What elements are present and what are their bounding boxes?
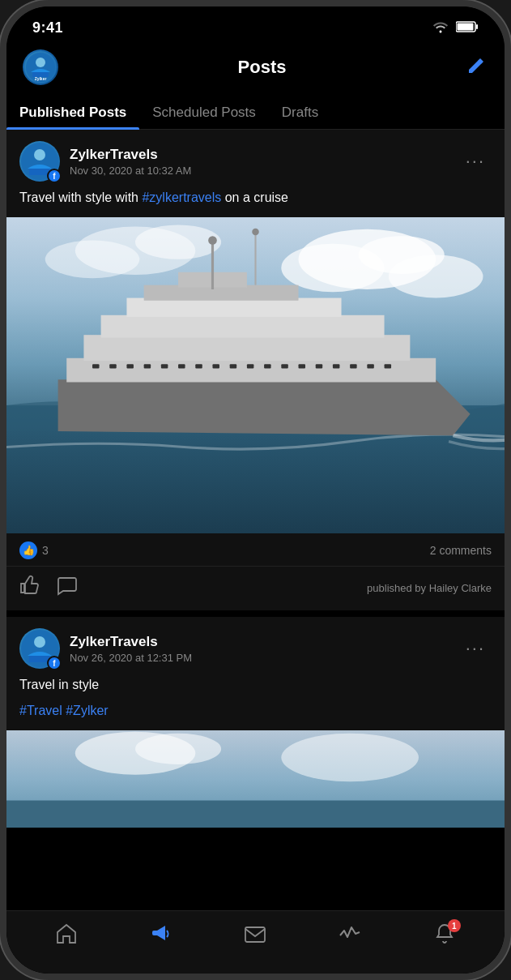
post-image-2 bbox=[6, 730, 505, 828]
post-author-2: ZylkerTravels bbox=[70, 634, 459, 650]
edit-icon[interactable] bbox=[466, 53, 488, 82]
post-card-2: f ZylkerTravels Nov 26, 2020 at 12:31 PM… bbox=[6, 617, 505, 828]
svg-point-52 bbox=[135, 734, 221, 764]
svg-rect-37 bbox=[333, 364, 339, 368]
tab-drafts[interactable]: Drafts bbox=[269, 95, 331, 129]
post-actions: published by Hailey Clarke bbox=[6, 567, 505, 610]
brand-logo-inner: Zylker bbox=[24, 51, 57, 83]
post-date: Nov 30, 2020 at 10:32 AM bbox=[70, 165, 459, 177]
svg-rect-32 bbox=[247, 364, 253, 368]
avatar-wrap-2: f bbox=[19, 628, 60, 669]
svg-rect-27 bbox=[161, 364, 168, 368]
svg-rect-2 bbox=[458, 23, 474, 30]
svg-rect-36 bbox=[316, 364, 322, 368]
post-date-2: Nov 26, 2020 at 12:31 PM bbox=[70, 652, 459, 664]
svg-point-4 bbox=[36, 58, 45, 67]
svg-point-14 bbox=[389, 255, 483, 298]
battery-icon bbox=[456, 21, 479, 36]
svg-point-16 bbox=[135, 225, 221, 259]
nav-bell[interactable]: 1 bbox=[433, 922, 456, 951]
svg-rect-23 bbox=[92, 364, 99, 368]
tabs-bar: Published Posts Scheduled Posts Drafts bbox=[6, 95, 505, 130]
svg-rect-55 bbox=[245, 927, 265, 942]
post-author: ZylkerTravels bbox=[70, 147, 459, 163]
nav-home[interactable] bbox=[55, 922, 78, 951]
facebook-badge-2: f bbox=[47, 656, 62, 670]
tab-scheduled[interactable]: Scheduled Posts bbox=[139, 95, 269, 129]
svg-rect-38 bbox=[350, 364, 356, 368]
posts-content: f ZylkerTravels Nov 30, 2020 at 10:32 AM… bbox=[6, 130, 505, 910]
svg-rect-20 bbox=[83, 335, 410, 361]
comments-count: 2 comments bbox=[430, 544, 492, 557]
svg-rect-34 bbox=[281, 364, 287, 368]
svg-rect-19 bbox=[66, 358, 436, 383]
like-button[interactable] bbox=[19, 575, 40, 601]
action-buttons bbox=[19, 575, 78, 601]
tab-published[interactable]: Published Posts bbox=[6, 95, 139, 129]
svg-rect-29 bbox=[195, 364, 202, 368]
svg-text:Zylker: Zylker bbox=[35, 76, 47, 81]
svg-rect-40 bbox=[385, 364, 391, 368]
post-image bbox=[6, 217, 505, 533]
avatar-wrap: f bbox=[19, 141, 60, 182]
svg-rect-39 bbox=[367, 364, 373, 368]
like-icon: 👍 bbox=[19, 541, 37, 559]
post-card: f ZylkerTravels Nov 30, 2020 at 10:32 AM… bbox=[6, 130, 505, 610]
svg-point-46 bbox=[252, 229, 258, 235]
wifi-icon bbox=[432, 20, 449, 36]
svg-rect-25 bbox=[126, 364, 133, 368]
nav-activity[interactable] bbox=[339, 922, 361, 951]
post-more-button-2[interactable]: ··· bbox=[459, 635, 492, 662]
brand-logo: Zylker bbox=[23, 49, 58, 85]
svg-rect-1 bbox=[476, 24, 478, 29]
post-text: Travel with style with #zylkertravels on… bbox=[6, 188, 505, 217]
phone-frame: 9:41 bbox=[0, 0, 511, 980]
announce-icon bbox=[150, 922, 172, 951]
home-icon bbox=[55, 922, 78, 951]
svg-rect-33 bbox=[264, 364, 270, 368]
post-meta: ZylkerTravels Nov 30, 2020 at 10:32 AM bbox=[70, 147, 459, 177]
post-more-button[interactable]: ··· bbox=[459, 148, 492, 175]
svg-point-48 bbox=[34, 636, 45, 648]
activity-icon bbox=[339, 922, 361, 951]
page-title: Posts bbox=[58, 57, 466, 78]
svg-point-45 bbox=[208, 236, 217, 245]
svg-rect-21 bbox=[101, 315, 385, 338]
comment-button[interactable] bbox=[57, 575, 78, 601]
svg-point-8 bbox=[34, 149, 45, 160]
post-text-2: Travel in style #Travel #Zylker bbox=[6, 675, 505, 730]
svg-point-17 bbox=[45, 241, 140, 279]
status-bar: 9:41 bbox=[6, 6, 505, 43]
mail-icon bbox=[244, 922, 266, 951]
likes-count: 👍 3 bbox=[19, 541, 49, 559]
svg-rect-22 bbox=[126, 298, 341, 317]
svg-point-53 bbox=[281, 734, 419, 781]
phone-screen: 9:41 bbox=[6, 6, 505, 974]
status-icons bbox=[432, 20, 479, 36]
svg-rect-35 bbox=[299, 364, 305, 368]
post-header: f ZylkerTravels Nov 30, 2020 at 10:32 AM… bbox=[6, 130, 505, 188]
svg-rect-54 bbox=[6, 801, 505, 828]
svg-rect-30 bbox=[212, 364, 219, 368]
bottom-nav: 1 bbox=[6, 910, 505, 974]
svg-rect-26 bbox=[144, 364, 151, 368]
notification-badge: 1 bbox=[448, 919, 461, 932]
status-time: 9:41 bbox=[32, 19, 63, 36]
nav-mail[interactable] bbox=[244, 922, 266, 951]
nav-announce[interactable] bbox=[150, 922, 172, 951]
svg-rect-31 bbox=[230, 364, 236, 368]
post-meta-2: ZylkerTravels Nov 26, 2020 at 12:31 PM bbox=[70, 634, 459, 664]
app-header: Zylker Posts bbox=[6, 43, 505, 95]
facebook-badge: f bbox=[47, 169, 62, 183]
svg-rect-24 bbox=[109, 364, 116, 368]
published-by: published by Hailey Clarke bbox=[367, 582, 492, 594]
post-reactions: 👍 3 2 comments bbox=[6, 533, 505, 567]
svg-rect-28 bbox=[178, 364, 185, 368]
post-header-2: f ZylkerTravels Nov 26, 2020 at 12:31 PM… bbox=[6, 617, 505, 675]
